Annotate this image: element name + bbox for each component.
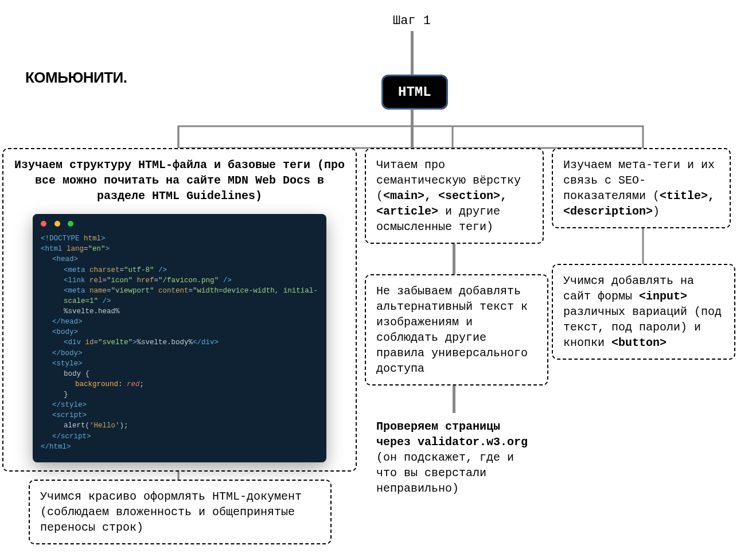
- code-line: alert('Hello');: [41, 420, 318, 431]
- tag-button: <button>: [611, 336, 667, 349]
- step-label: Шаг 1: [389, 14, 435, 28]
- code-line: </script>: [41, 431, 318, 442]
- node-meta-seo: Изучаем мета-теги и их связь с SEO-показ…: [552, 148, 731, 228]
- code-line: <meta name="viewport" content="width=dev…: [41, 286, 318, 306]
- code-line: background: red;: [41, 379, 318, 390]
- code-editor-preview: <!DOCTYPE html> <html lang="en"> <head> …: [33, 214, 326, 462]
- node-forms: Учимся добавлять на сайт формы <input> р…: [552, 264, 735, 360]
- window-controls: [41, 220, 318, 230]
- node-title: Изучаем структуру HTML-файла и базовые т…: [14, 157, 345, 204]
- node-validator: Проверяем страницы через validator.w3.or…: [372, 419, 533, 496]
- code-line: <div id="svelte">%svelte.body%</div>: [41, 337, 318, 348]
- code-line: <!DOCTYPE html>: [41, 233, 318, 244]
- node-formatting: Учимся красиво оформлять HTML-документ (…: [29, 480, 332, 544]
- code-line: </head>: [41, 317, 318, 327]
- code-line: </body>: [41, 348, 318, 359]
- validator-rest: (он подскажет, где и что вы сверстали не…: [376, 451, 514, 495]
- validator-title: Проверяем страницы через validator.w3.or…: [376, 420, 528, 449]
- node-semantic-markup: Читаем про семантическую вёрстку (<main>…: [365, 148, 544, 244]
- node-html: HTML: [381, 75, 448, 110]
- text-run: ): [653, 205, 660, 218]
- code-line: </style>: [41, 400, 318, 410]
- brand-logo: КОМЬЮНИТИ.: [25, 69, 127, 87]
- node-structure-and-tags: Изучаем структуру HTML-файла и базовые т…: [2, 148, 357, 472]
- code-line: <head>: [41, 254, 318, 264]
- code-line: body {: [41, 369, 318, 379]
- code-line: <meta charset="utf-8" />: [41, 265, 318, 275]
- minimize-icon: [54, 221, 60, 227]
- code-line: <style>: [41, 359, 318, 369]
- code-line: }: [41, 390, 318, 400]
- code-line: <script>: [41, 410, 318, 420]
- code-line: %svelte.head%: [41, 306, 318, 317]
- connector-line: [411, 31, 414, 75]
- code-line: <link rel="icon" href="/favicon.png" />: [41, 275, 318, 286]
- connector-line: [411, 109, 414, 148]
- code-line: <body>: [41, 327, 318, 337]
- code-line: <html lang="en">: [41, 244, 318, 254]
- code-line: </html>: [41, 442, 318, 452]
- close-icon: [41, 221, 46, 227]
- node-accessibility: Не забываем добавлять альтернативный тек…: [365, 274, 548, 385]
- tag-input: <input>: [639, 290, 687, 303]
- maximize-icon: [68, 221, 73, 227]
